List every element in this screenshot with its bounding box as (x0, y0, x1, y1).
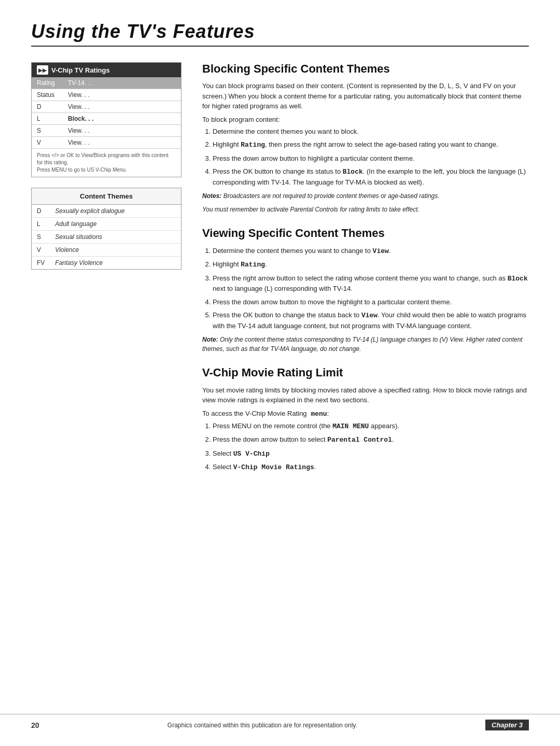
vchip-movie-intro: You set movie rating limits by blocking … (202, 385, 529, 405)
vchip-ratings-box: ▶▶ V-Chip TV Ratings Rating TV-14. . . S… (31, 62, 181, 177)
footer-center-text: Graphics contained within this publicati… (167, 722, 357, 729)
vchip-movie-section: V-Chip Movie Rating Limit You set movie … (202, 366, 529, 472)
vchip-cell-col1: V (32, 137, 63, 149)
themes-description: Fantasy Violence (50, 257, 181, 270)
content-area: ▶▶ V-Chip TV Ratings Rating TV-14. . . S… (31, 62, 529, 485)
viewing-step-4: Press the down arrow button to move the … (213, 297, 529, 307)
vchip-movie-title: V-Chip Movie Rating Limit (202, 366, 529, 379)
vchip-icon: ▶▶ (37, 65, 48, 75)
vchip-header: ▶▶ V-Chip TV Ratings (32, 63, 181, 77)
themes-code: S (32, 231, 50, 244)
themes-code: V (32, 244, 50, 257)
vchip-movie-step-4: Select V-Chip Movie Ratings. (213, 462, 529, 473)
themes-row: D Sexually explicit dialogue (32, 205, 181, 218)
vchip-table: Rating TV-14. . . Status View. . . D Vie… (32, 77, 181, 148)
blocking-step-3: Press the down arrow button to highlight… (213, 153, 529, 164)
blocking-note-1: Notes: Broadcasters are not required to … (202, 191, 529, 201)
vchip-movie-sub-label: To access the V-Chip Movie Rating menu: (202, 410, 529, 418)
blocking-step-2: Highlight Rating, then press the right a… (213, 139, 529, 150)
vchip-cell-col2: View. . . (63, 101, 181, 113)
viewing-title: Viewing Specific Content Themes (202, 227, 529, 240)
themes-table: D Sexually explicit dialogue L Adult lan… (32, 205, 181, 269)
vchip-cell-col2: Block. . . (63, 113, 181, 125)
vchip-movie-step-1: Press MENU on the remote control (the MA… (213, 421, 529, 432)
vchip-movie-step-3: Select US V-Chip (213, 448, 529, 459)
vchip-row: L Block. . . (32, 113, 181, 125)
vchip-cell-col1: S (32, 125, 63, 137)
vchip-cell-col1: D (32, 101, 63, 113)
blocking-note-2: You must remember to activate Parental C… (202, 205, 529, 214)
themes-row: FV Fantasy Violence (32, 257, 181, 270)
vchip-row: V View. . . (32, 137, 181, 149)
left-column: ▶▶ V-Chip TV Ratings Rating TV-14. . . S… (31, 62, 181, 270)
blocking-sub-label: To block program content: (202, 116, 529, 123)
themes-description: Adult language (50, 218, 181, 231)
content-themes-box: Content Themes D Sexually explicit dialo… (31, 188, 181, 270)
viewing-note: Note: Only the content theme status corr… (202, 335, 529, 354)
vchip-movie-steps: Press MENU on the remote control (the MA… (202, 421, 529, 473)
themes-row: V Violence (32, 244, 181, 257)
themes-code: L (32, 218, 50, 231)
vchip-row: Status View. . . (32, 89, 181, 101)
viewing-section: Viewing Specific Content Themes Determin… (202, 227, 529, 354)
viewing-step-5: Press the OK button to change the status… (213, 310, 529, 331)
blocking-title: Blocking Specific Content Themes (202, 62, 529, 76)
blocking-steps: Determine the content themes you want to… (202, 126, 529, 188)
viewing-step-3: Press the right arrow button to select t… (213, 273, 529, 294)
themes-description: Sexual situations (50, 231, 181, 244)
themes-header: Content Themes (32, 188, 181, 205)
vchip-cell-col1: L (32, 113, 63, 125)
themes-row: S Sexual situations (32, 231, 181, 244)
themes-description: Violence (50, 244, 181, 257)
vchip-cell-col1: Rating (32, 77, 63, 89)
viewing-step-2: Highlight Rating. (213, 259, 529, 270)
themes-code: D (32, 205, 50, 218)
vchip-cell-col2: View. . . (63, 137, 181, 149)
page-title: Using the TV's Features (31, 21, 529, 43)
vchip-note: Press </> or OK to View/Block programs w… (32, 148, 181, 177)
vchip-movie-step-2: Press the down arrow button to select Pa… (213, 434, 529, 445)
vchip-cell-col2: TV-14. . . (63, 77, 181, 89)
page-header: Using the TV's Features (31, 21, 529, 47)
vchip-row: S View. . . (32, 125, 181, 137)
footer-page-number: 20 (31, 721, 39, 729)
vchip-cell-col1: Status (32, 89, 63, 101)
blocking-step-4: Press the OK button to change its status… (213, 166, 529, 187)
themes-row: L Adult language (32, 218, 181, 231)
right-column: Blocking Specific Content Themes You can… (202, 62, 529, 485)
blocking-step-1: Determine the content themes you want to… (213, 126, 529, 137)
vchip-cell-col2: View. . . (63, 125, 181, 137)
blocking-section: Blocking Specific Content Themes You can… (202, 62, 529, 214)
viewing-steps: Determine the content themes you want to… (202, 246, 529, 331)
vchip-row: Rating TV-14. . . (32, 77, 181, 89)
page-footer: 20 Graphics contained within this public… (0, 714, 560, 730)
themes-description: Sexually explicit dialogue (50, 205, 181, 218)
vchip-title: V-Chip TV Ratings (51, 66, 110, 74)
viewing-step-1: Determine the content themes you want to… (213, 246, 529, 257)
themes-code: FV (32, 257, 50, 270)
footer-chapter: Chapter 3 (485, 720, 529, 730)
vchip-row: D View. . . (32, 101, 181, 113)
vchip-cell-col2: View. . . (63, 89, 181, 101)
blocking-intro: You can block programs based on their co… (202, 81, 529, 111)
